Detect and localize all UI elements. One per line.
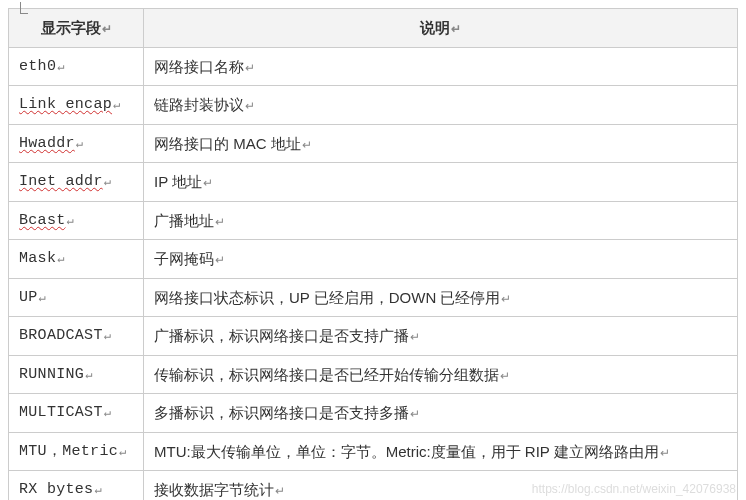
field-text: Mask	[19, 250, 56, 267]
desc-cell: 链路封装协议↵	[144, 86, 738, 125]
desc-text: IP 地址	[154, 173, 202, 190]
desc-text: 广播标识，标识网络接口是否支持广播	[154, 327, 409, 344]
return-mark: ↵	[104, 329, 112, 343]
table-row: MULTICAST↵多播标识，标识网络接口是否支持多播↵	[9, 394, 738, 433]
desc-text: 网络接口状态标识，UP 已经启用，DOWN 已经停用	[154, 289, 500, 306]
field-text: RUNNING	[19, 366, 84, 383]
field-cell: Mask↵	[9, 240, 144, 279]
header-field: 显示字段↵	[9, 9, 144, 48]
corner-mark	[20, 2, 28, 14]
desc-text: MTU:最大传输单位，单位：字节。Metric:度量值，用于 RIP 建立网络路…	[154, 443, 659, 460]
desc-text: 网络接口的 MAC 地址	[154, 135, 301, 152]
field-cell: eth0↵	[9, 47, 144, 86]
fields-table: 显示字段↵ 说明↵ eth0↵网络接口名称↵Link encap↵链路封装协议↵…	[8, 8, 738, 500]
return-mark: ↵	[57, 60, 65, 74]
return-mark: ↵	[57, 252, 65, 266]
table-row: UP↵网络接口状态标识，UP 已经启用，DOWN 已经停用↵	[9, 278, 738, 317]
return-mark: ↵	[215, 215, 225, 229]
desc-text: 子网掩码	[154, 250, 214, 267]
field-text: Link encap	[19, 96, 112, 113]
return-mark: ↵	[302, 138, 312, 152]
watermark: https://blog.csdn.net/weixin_42076938	[532, 482, 736, 496]
table-row: Inet addr↵IP 地址↵	[9, 163, 738, 202]
desc-cell: 子网掩码↵	[144, 240, 738, 279]
table-row: MTU，Metric↵MTU:最大传输单位，单位：字节。Metric:度量值，用…	[9, 432, 738, 471]
table-row: Link encap↵链路封装协议↵	[9, 86, 738, 125]
desc-text: 广播地址	[154, 212, 214, 229]
field-text: Bcast	[19, 212, 66, 229]
field-cell: UP↵	[9, 278, 144, 317]
return-mark: ↵	[451, 22, 461, 36]
header-desc-text: 说明	[420, 19, 450, 36]
return-mark: ↵	[215, 253, 225, 267]
field-text: Inet addr	[19, 173, 103, 190]
desc-cell: MTU:最大传输单位，单位：字节。Metric:度量值，用于 RIP 建立网络路…	[144, 432, 738, 471]
field-text: eth0	[19, 58, 56, 75]
field-cell: Hwaddr↵	[9, 124, 144, 163]
field-cell: RUNNING↵	[9, 355, 144, 394]
return-mark: ↵	[275, 484, 285, 498]
return-mark: ↵	[660, 446, 670, 460]
field-text: BROADCAST	[19, 327, 103, 344]
desc-text: 多播标识，标识网络接口是否支持多播	[154, 404, 409, 421]
return-mark: ↵	[39, 291, 47, 305]
desc-cell: 网络接口状态标识，UP 已经启用，DOWN 已经停用↵	[144, 278, 738, 317]
desc-cell: 网络接口名称↵	[144, 47, 738, 86]
desc-text: 网络接口名称	[154, 58, 244, 75]
return-mark: ↵	[85, 368, 93, 382]
desc-cell: 广播标识，标识网络接口是否支持广播↵	[144, 317, 738, 356]
desc-cell: 多播标识，标识网络接口是否支持多播↵	[144, 394, 738, 433]
return-mark: ↵	[203, 176, 213, 190]
field-cell: RX bytes↵	[9, 471, 144, 501]
desc-text: 传输标识，标识网络接口是否已经开始传输分组数据	[154, 366, 499, 383]
return-mark: ↵	[94, 483, 102, 497]
header-field-text: 显示字段	[41, 19, 101, 36]
return-mark: ↵	[245, 61, 255, 75]
field-cell: Bcast↵	[9, 201, 144, 240]
desc-text: 链路封装协议	[154, 96, 244, 113]
desc-cell: 网络接口的 MAC 地址↵	[144, 124, 738, 163]
return-mark: ↵	[500, 369, 510, 383]
return-mark: ↵	[410, 330, 420, 344]
header-desc: 说明↵	[144, 9, 738, 48]
desc-text: 接收数据字节统计	[154, 481, 274, 498]
return-mark: ↵	[501, 292, 511, 306]
table-header-row: 显示字段↵ 说明↵	[9, 9, 738, 48]
return-mark: ↵	[104, 406, 112, 420]
table-row: Hwaddr↵网络接口的 MAC 地址↵	[9, 124, 738, 163]
table-row: BROADCAST↵广播标识，标识网络接口是否支持广播↵	[9, 317, 738, 356]
return-mark: ↵	[102, 22, 112, 36]
field-cell: BROADCAST↵	[9, 317, 144, 356]
desc-cell: 传输标识，标识网络接口是否已经开始传输分组数据↵	[144, 355, 738, 394]
field-text: UP	[19, 289, 38, 306]
field-cell: Inet addr↵	[9, 163, 144, 202]
return-mark: ↵	[67, 214, 75, 228]
desc-cell: IP 地址↵	[144, 163, 738, 202]
field-text: Hwaddr	[19, 135, 75, 152]
field-text: MULTICAST	[19, 404, 103, 421]
table-body: eth0↵网络接口名称↵Link encap↵链路封装协议↵Hwaddr↵网络接…	[9, 47, 738, 500]
field-cell: MTU，Metric↵	[9, 432, 144, 471]
field-cell: Link encap↵	[9, 86, 144, 125]
table-row: Bcast↵广播地址↵	[9, 201, 738, 240]
return-mark: ↵	[245, 99, 255, 113]
return-mark: ↵	[119, 445, 127, 459]
return-mark: ↵	[104, 175, 112, 189]
field-text: RX bytes	[19, 481, 93, 498]
return-mark: ↵	[410, 407, 420, 421]
field-text: MTU，Metric	[19, 443, 118, 460]
table-row: Mask↵子网掩码↵	[9, 240, 738, 279]
return-mark: ↵	[76, 137, 84, 151]
table-row: eth0↵网络接口名称↵	[9, 47, 738, 86]
return-mark: ↵	[113, 98, 121, 112]
field-cell: MULTICAST↵	[9, 394, 144, 433]
table-row: RUNNING↵传输标识，标识网络接口是否已经开始传输分组数据↵	[9, 355, 738, 394]
desc-cell: 广播地址↵	[144, 201, 738, 240]
